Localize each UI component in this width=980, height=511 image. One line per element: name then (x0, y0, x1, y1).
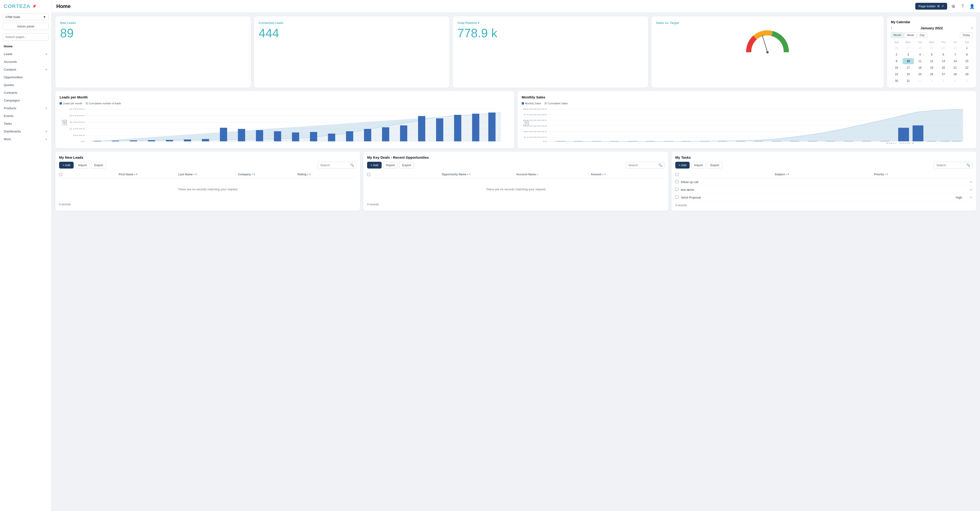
task-checkbox-2[interactable] (675, 195, 678, 198)
calendar-prev-button[interactable]: ‹ (891, 26, 892, 30)
subject-filter-icon[interactable]: ▾ (786, 173, 787, 176)
crm-suite-selector[interactable]: CRM Suite ▼ (3, 14, 49, 21)
calendar-day[interactable]: 22 (961, 65, 972, 71)
account-filter-icon[interactable]: ▾ (537, 173, 538, 176)
first-name-filter-icon[interactable]: ▾ (134, 173, 135, 176)
calendar-day[interactable]: 18 (914, 65, 926, 71)
my-new-leads-export-button[interactable]: Export (91, 162, 106, 168)
calendar-day[interactable]: 30 (938, 45, 949, 51)
sidebar-item-products[interactable]: Products▼ (0, 104, 51, 112)
subject-sort-icon[interactable]: ⇅ (788, 173, 789, 176)
sidebar-item-contacts[interactable]: Contacts▼ (0, 66, 51, 73)
calendar-week-view-button[interactable]: Week (904, 32, 916, 38)
calendar-day[interactable]: 11 (914, 58, 926, 64)
calendar-next-button[interactable]: › (971, 26, 972, 30)
task-edit-icon[interactable]: ✏ (970, 188, 972, 192)
sidebar-item-more[interactable]: More▼ (0, 135, 51, 143)
user-icon[interactable]: 👤 (969, 3, 975, 10)
search-pages-input[interactable] (3, 33, 49, 41)
company-filter-icon[interactable]: ▾ (251, 173, 253, 176)
task-edit-icon[interactable]: ✏ (970, 196, 972, 199)
rating-filter-icon[interactable]: ▾ (307, 173, 308, 176)
priority-sort-icon[interactable]: ⇅ (886, 173, 888, 176)
calendar-day[interactable]: 4 (914, 52, 926, 58)
sidebar-item-opportunities[interactable]: Opportunities (0, 73, 51, 81)
my-tasks-select-all[interactable] (675, 173, 678, 176)
help-icon[interactable]: ? (959, 3, 966, 10)
sidebar-item-home[interactable]: Home (0, 43, 51, 50)
calendar-day[interactable]: 2 (926, 78, 937, 84)
calendar-day[interactable]: 4 (950, 78, 961, 84)
calendar-day[interactable]: 3 (938, 78, 949, 84)
company-sort-icon[interactable]: ⇅ (253, 173, 255, 176)
amount-filter-icon[interactable]: ▾ (602, 173, 603, 176)
calendar-day[interactable]: 27 (903, 45, 914, 51)
sidebar-item-campaigns[interactable]: Campaigns (0, 97, 51, 104)
calendar-month-view-button[interactable]: Month (891, 32, 904, 38)
sidebar-item-accounts[interactable]: Accounts (0, 58, 51, 66)
last-name-filter-icon[interactable]: ▾ (193, 173, 194, 176)
my-key-deals-export-button[interactable]: Export (399, 162, 414, 168)
calendar-day[interactable]: 26 (926, 71, 937, 77)
priority-filter-icon[interactable]: ▾ (885, 173, 886, 176)
my-key-deals-import-button[interactable]: Import (383, 162, 398, 168)
calendar-day[interactable]: 28 (950, 71, 961, 77)
task-edit-icon[interactable]: ✏ (970, 180, 972, 184)
last-name-sort-icon[interactable]: ⇅ (195, 173, 197, 176)
calendar-day[interactable]: 24 (903, 71, 914, 77)
first-name-sort-icon[interactable]: ⇅ (136, 173, 138, 176)
my-new-leads-select-all[interactable] (59, 173, 62, 176)
my-new-leads-add-button[interactable]: + Add (59, 162, 74, 168)
calendar-day[interactable]: 28 (914, 45, 926, 51)
my-key-deals-search-input[interactable] (626, 162, 657, 168)
calendar-day[interactable]: 15 (961, 58, 972, 64)
my-tasks-import-button[interactable]: Import (691, 162, 706, 168)
calendar-day[interactable]: 26 (891, 45, 902, 51)
calendar-day[interactable]: 6 (938, 52, 949, 58)
my-new-leads-search-input[interactable] (318, 162, 348, 168)
calendar-day[interactable]: 29 (926, 45, 937, 51)
calendar-day[interactable]: 16 (891, 65, 902, 71)
calendar-day[interactable]: 2 (891, 52, 902, 58)
calendar-day[interactable]: 5 (926, 52, 937, 58)
sidebar-item-dashboards[interactable]: Dashboards▼ (0, 127, 51, 135)
calendar-day[interactable]: 5 (961, 78, 972, 84)
calendar-day[interactable]: 25 (914, 71, 926, 77)
calendar-today-button[interactable]: Today (960, 32, 972, 38)
calendar-day[interactable]: 1 (914, 78, 926, 84)
calendar-day[interactable]: 19 (926, 65, 937, 71)
my-key-deals-add-button[interactable]: + Add (367, 162, 382, 168)
calendar-day[interactable]: 30 (891, 78, 902, 84)
calendar-day[interactable]: 23 (891, 71, 902, 77)
calendar-day[interactable]: 13 (938, 58, 949, 64)
calendar-day[interactable]: 29 (961, 71, 972, 77)
my-tasks-search-button[interactable]: 🔍 (964, 162, 972, 168)
calendar-day[interactable]: 31 (950, 45, 961, 51)
calendar-day[interactable]: 3 (903, 52, 914, 58)
task-checkbox-0[interactable] (675, 180, 678, 183)
calendar-day[interactable]: 1 (961, 45, 972, 51)
my-tasks-search-input[interactable] (934, 162, 964, 168)
sidebar-item-quotes[interactable]: Quotes (0, 81, 51, 89)
sidebar-item-leads[interactable]: Leads▼ (0, 50, 51, 58)
calendar-day[interactable]: 9 (891, 58, 902, 64)
my-key-deals-search-button[interactable]: 🔍 (657, 162, 664, 168)
sidebar-item-events[interactable]: Events (0, 112, 51, 120)
calendar-day[interactable]: 10 (903, 58, 914, 64)
rating-sort-icon[interactable]: ⇅ (309, 173, 311, 176)
calendar-day[interactable]: 12 (926, 58, 937, 64)
amount-sort-icon[interactable]: ⇅ (604, 173, 606, 176)
calendar-day[interactable]: 27 (938, 71, 949, 77)
my-tasks-export-button[interactable]: Export (707, 162, 722, 168)
admin-panel-button[interactable]: Admin panel (3, 23, 49, 30)
calendar-day[interactable]: 17 (903, 65, 914, 71)
calendar-day[interactable]: 31 (903, 78, 914, 84)
calendar-day[interactable]: 14 (950, 58, 961, 64)
task-checkbox-1[interactable] (675, 188, 678, 191)
calendar-day[interactable]: 20 (938, 65, 949, 71)
sidebar-item-tasks[interactable]: Tasks (0, 120, 51, 127)
my-key-deals-select-all[interactable] (367, 173, 370, 176)
my-new-leads-import-button[interactable]: Import (75, 162, 90, 168)
my-tasks-add-button[interactable]: + Add (675, 162, 690, 168)
page-builder-button[interactable]: Page builder ⚙ ↗ (915, 3, 947, 10)
